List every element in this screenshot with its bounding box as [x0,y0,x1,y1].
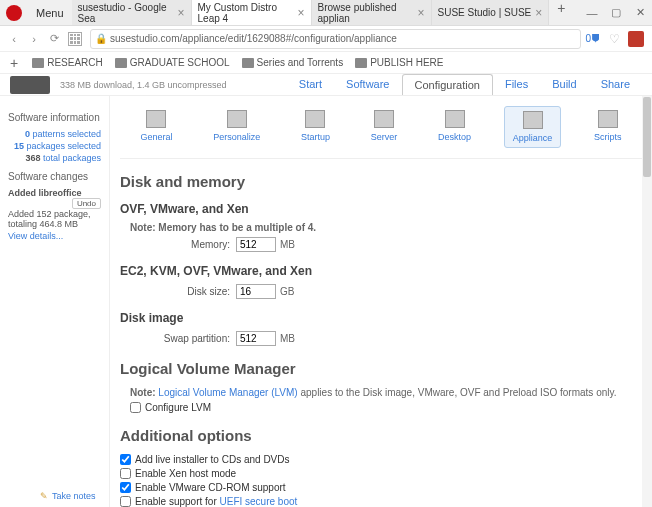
close-icon[interactable]: × [535,6,542,20]
section-disk-memory: Disk and memory [120,173,642,190]
lvm-chk-label: Configure LVM [145,402,211,413]
browser-tab[interactable]: Browse published applian× [312,0,432,25]
live-installer-checkbox[interactable] [120,454,131,465]
sidebar-heading: Software changes [8,171,101,182]
subtab-personalize[interactable]: Personalize [205,106,268,148]
uefi-link[interactable]: UEFI secure boot [220,496,298,507]
forward-button[interactable]: › [24,29,44,49]
subheading-ec2: EC2, KVM, OVF, VMware, and Xen [120,264,642,278]
lvm-link[interactable]: Logical Volume Manager (LVM) [158,387,297,398]
sidebar-heading: Software information [8,112,101,123]
appliance-icon [523,111,543,129]
scrollbar[interactable] [642,96,652,507]
configure-lvm-checkbox[interactable] [130,402,141,413]
folder-icon [242,58,254,68]
xen-host-checkbox[interactable] [120,468,131,479]
address-bar[interactable]: 🔒 susestudio.com/appliance/edit/1629088#… [90,29,581,49]
bookmark-heart-icon[interactable]: ♡ [609,32,620,46]
undo-button[interactable]: Undo [72,198,101,209]
folder-icon [355,58,367,68]
close-icon[interactable]: × [178,6,185,20]
disk-unit: GB [280,286,294,297]
memory-input[interactable] [236,237,276,252]
browser-tab[interactable]: My Custom Distro Leap 4× [192,0,312,25]
download-info: 338 MB download, 1.4 GB uncompressed [60,80,227,90]
swap-label: Swap partition: [130,333,230,344]
opera-icon[interactable] [6,5,22,21]
tab-label: My Custom Distro Leap 4 [198,2,294,24]
view-details-link[interactable]: View details... [8,231,101,241]
startup-icon [305,110,325,128]
subheading-disk-image: Disk image [120,311,642,325]
nav-files[interactable]: Files [493,74,540,95]
nav-software[interactable]: Software [334,74,401,95]
browser-tab[interactable]: SUSE Studio | SUSE× [432,0,550,25]
nav-configuration[interactable]: Configuration [402,74,493,95]
minimize-button[interactable]: — [580,1,604,25]
close-button[interactable]: ✕ [628,1,652,25]
section-additional: Additional options [120,427,642,444]
memory-label: Memory: [130,239,230,250]
nav-build[interactable]: Build [540,74,588,95]
subheading-ovf: OVF, VMware, and Xen [120,202,642,216]
packages-selected-line: 15 packages selected [8,141,101,151]
pencil-icon: ✎ [40,491,48,501]
personalize-icon [227,110,247,128]
bookmark-folder[interactable]: GRADUATE SCHOOL [111,57,234,68]
vmware-cdrom-checkbox[interactable] [120,482,131,493]
tab-label: susestudio - Google Sea [78,2,174,24]
lock-icon: 🔒 [95,33,107,44]
subtab-scripts[interactable]: Scripts [586,106,630,148]
subtab-server[interactable]: Server [363,106,406,148]
opt2-label: Enable Xen host mode [135,468,236,479]
browser-tab[interactable]: susestudio - Google Sea× [72,0,192,25]
general-icon [146,110,166,128]
bookmark-folder[interactable]: RESEARCH [28,57,107,68]
added-packages-info: Added 152 package, totaling 464.8 MB [8,209,101,229]
speed-dial-button[interactable] [68,32,82,46]
total-packages-line: 368 total packages [8,153,101,163]
subtab-startup[interactable]: Startup [293,106,338,148]
reload-button[interactable]: ⟳ [44,29,64,49]
added-lib: Added libreoffice [8,188,82,198]
nav-share[interactable]: Share [589,74,642,95]
add-bookmark-button[interactable]: + [4,55,24,71]
take-notes-link[interactable]: ✎Take notes [40,491,96,501]
swap-input[interactable] [236,331,276,346]
disk-label: Disk size: [130,286,230,297]
patterns-line: 0 patterns selected [8,129,101,139]
maximize-button[interactable]: ▢ [604,1,628,25]
tab-label: SUSE Studio | SUSE [438,7,532,18]
nav-start[interactable]: Start [287,74,334,95]
uefi-checkbox[interactable] [120,496,131,507]
new-tab-button[interactable]: + [549,0,573,25]
bookmark-folder[interactable]: Series and Torrents [238,57,348,68]
subtab-general[interactable]: General [132,106,180,148]
opt4-label: Enable support for UEFI secure boot [135,496,297,507]
section-lvm: Logical Volume Manager [120,360,642,377]
subtab-desktop[interactable]: Desktop [430,106,479,148]
close-icon[interactable]: × [418,6,425,20]
bookmark-folder[interactable]: PUBLISH HERE [351,57,447,68]
subtab-appliance[interactable]: Appliance [504,106,562,148]
opt3-label: Enable VMware CD-ROM support [135,482,286,493]
back-button[interactable]: ‹ [4,29,24,49]
close-icon[interactable]: × [298,6,305,20]
folder-icon [115,58,127,68]
scroll-thumb[interactable] [643,97,651,177]
shield-badge[interactable]: 0⛊ [585,33,601,44]
memory-unit: MB [280,239,295,250]
server-icon [374,110,394,128]
memory-note: Note: Memory has to be a multiple of 4. [130,222,642,233]
lvm-note: Note: Logical Volume Manager (LVM) appli… [130,387,642,398]
folder-icon [32,58,44,68]
swap-unit: MB [280,333,295,344]
desktop-icon [445,110,465,128]
url-text: susestudio.com/appliance/edit/1629088#/c… [110,33,576,44]
menu-button[interactable]: Menu [28,7,72,19]
opt1-label: Add live installer to CDs and DVDs [135,454,290,465]
tab-label: Browse published applian [318,2,414,24]
disk-input[interactable] [236,284,276,299]
extension-icon[interactable] [628,31,644,47]
scripts-icon [598,110,618,128]
